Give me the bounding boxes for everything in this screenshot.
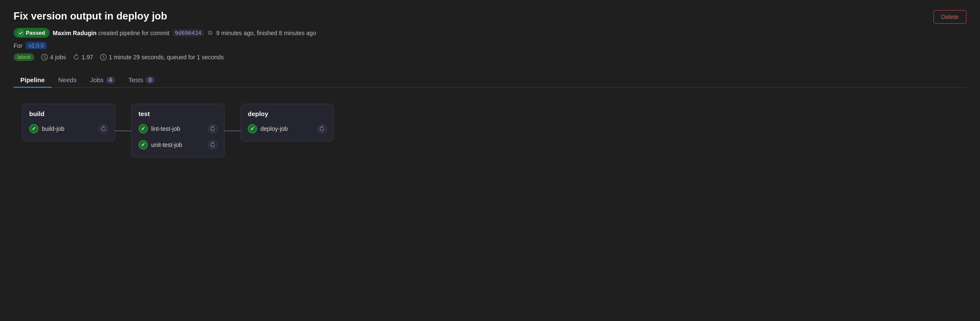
for-label: For [14, 42, 22, 49]
copy-icon[interactable]: ⧉ [208, 29, 212, 36]
check-circle-icon [18, 30, 24, 36]
job-row: unit-test-job [138, 138, 217, 151]
stats-row: latest 4 jobs 1.97 1 minute 29 seconds, … [14, 53, 966, 61]
job-build-job-status-icon [29, 124, 39, 133]
author-text: Maxim Radugin created pipeline for commi… [53, 30, 169, 36]
tab-pipeline-label: Pipeline [20, 76, 45, 83]
pipeline-diagram: build build-job test lint-test-job [14, 100, 966, 162]
retry-count-icon [73, 54, 80, 61]
job-lint-test-job-status-icon [138, 124, 148, 133]
job-lint-test-job-retry-icon[interactable] [208, 124, 217, 133]
tabs-row: Pipeline Needs Jobs 4 Tests 0 [14, 73, 966, 88]
job-row: build-job [29, 122, 108, 135]
job-unit-test-job-retry-icon[interactable] [208, 140, 217, 149]
tab-tests-label: Tests [128, 76, 143, 83]
tab-pipeline[interactable]: Pipeline [14, 73, 52, 88]
commit-hash[interactable]: 9d696424 [173, 29, 204, 36]
tab-tests[interactable]: Tests 0 [122, 73, 161, 88]
time-info: 9 minutes ago, finished 8 minutes ago [216, 30, 316, 36]
job-deploy-job-name[interactable]: deploy-job [260, 125, 314, 132]
status-badge: Passed [14, 28, 50, 38]
jobs-tab-count: 4 [106, 77, 115, 83]
tab-needs-label: Needs [58, 76, 77, 83]
stage-build-title: build [29, 110, 108, 117]
stage-deploy-title: deploy [248, 110, 327, 117]
jobs-count-icon [41, 54, 48, 61]
job-row: deploy-job [248, 122, 327, 135]
tab-jobs[interactable]: Jobs 4 [83, 73, 122, 88]
tests-tab-count: 0 [146, 77, 155, 83]
jobs-count-stat: 4 jobs [41, 54, 66, 61]
svg-point-0 [18, 30, 23, 36]
job-lint-test-job-name[interactable]: lint-test-job [151, 125, 205, 132]
retries-stat: 1.97 [73, 54, 93, 61]
status-label: Passed [26, 30, 45, 36]
pipeline-meta-row: Passed Maxim Radugin created pipeline fo… [14, 28, 966, 38]
stage-test: test lint-test-job unit-test-job [131, 104, 224, 158]
job-unit-test-job-status-icon [138, 140, 148, 149]
job-build-job-retry-icon[interactable] [99, 124, 108, 133]
stage-build: build build-job [22, 104, 115, 141]
connector-build-test [115, 130, 132, 131]
page-title: Fix version output in deploy job [14, 10, 966, 22]
job-row: lint-test-job [138, 122, 217, 135]
stage-test-title: test [138, 110, 217, 117]
job-build-job-name[interactable]: build-job [42, 125, 95, 132]
tab-needs[interactable]: Needs [52, 73, 83, 88]
version-tag[interactable]: v1.0.0 [26, 42, 47, 49]
job-deploy-job-status-icon [248, 124, 257, 133]
delete-button[interactable]: Delete [933, 10, 966, 24]
duration-stat: 1 minute 29 seconds, queued for 1 second… [100, 54, 224, 61]
job-unit-test-job-name[interactable]: unit-test-job [151, 141, 205, 148]
connector-test-deploy [224, 130, 241, 131]
for-row: For v1.0.0 [14, 42, 966, 49]
latest-badge: latest [14, 53, 34, 61]
job-deploy-job-retry-icon[interactable] [317, 124, 327, 133]
tab-jobs-label: Jobs [90, 76, 104, 83]
stage-deploy: deploy deploy-job [241, 104, 334, 141]
clock-icon [100, 54, 107, 61]
